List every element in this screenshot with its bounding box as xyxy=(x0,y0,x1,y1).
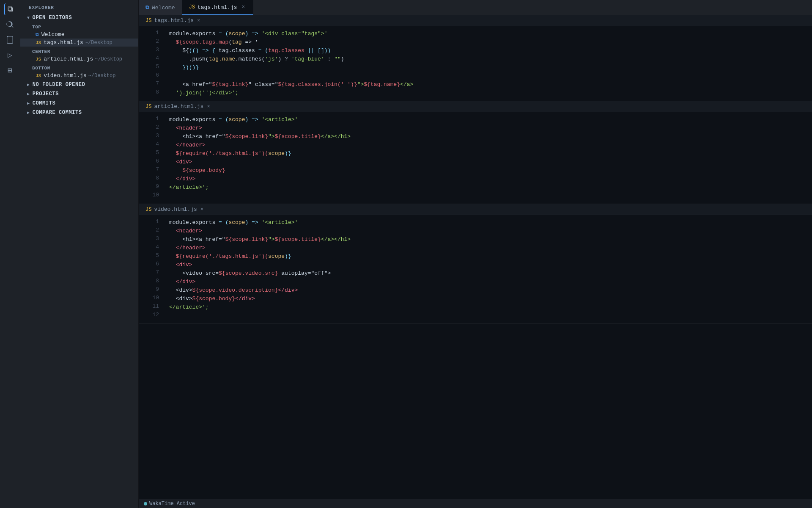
file-video-html-js[interactable]: JS video.html.js ~/Desktop xyxy=(20,72,138,80)
file-article-path: ~/Desktop xyxy=(95,56,122,62)
video-code-block: 1 module.exports = (scope) => '<article>… xyxy=(139,215,812,323)
code-line: 8 </div> xyxy=(139,175,812,183)
compare-commits-section: ▶ COMPARE COMMiTS xyxy=(20,108,138,117)
code-line: 9 <div>${scope.video.description}</div> xyxy=(139,286,812,295)
editor-section-tags: JS tags.html.js × 1 module.exports = (sc… xyxy=(139,15,812,101)
code-line: 5 ${require('./tags.html.js')(scope)} xyxy=(139,149,812,158)
code-line: 8 </div> xyxy=(139,278,812,286)
code-line: 6 <div> xyxy=(139,261,812,269)
wakatime-label: WakaTime Active xyxy=(149,501,195,507)
tab-tags-html-js[interactable]: JS tags.html.js × xyxy=(182,0,253,15)
editor-section-article-header: JS article.html.js × xyxy=(139,101,812,112)
code-line: 5 ${require('./tags.html.js')(scope)} xyxy=(139,252,812,261)
code-line: 12 xyxy=(139,312,812,320)
files-icon[interactable]: ⧉ xyxy=(4,3,16,15)
status-bar: WakaTime Active xyxy=(139,499,812,508)
projects-section: ▶ PROJECTS xyxy=(20,90,138,98)
extensions-icon[interactable]: ⊞ xyxy=(4,64,16,76)
no-folder-label: NO FOLDER OPENED xyxy=(33,82,85,88)
tab-welcome[interactable]: ⧉ Welcome xyxy=(139,0,182,15)
code-line: 1 module.exports = (scope) => '<article>… xyxy=(139,218,812,227)
editor-content: JS tags.html.js × 1 module.exports = (sc… xyxy=(139,15,812,499)
sidebar: EXPLORER ▼ OPEN EDITORS TOP ⧉ Welcome JS… xyxy=(20,0,139,508)
vscode-icon: ⧉ xyxy=(36,32,39,37)
no-folder-header[interactable]: ▶ NO FOLDER OPENED xyxy=(20,80,138,89)
commits-chevron: ▶ xyxy=(27,101,30,106)
open-editors-header[interactable]: ▼ OPEN EDITORS xyxy=(20,14,138,22)
article-code-block: 1 module.exports = (scope) => '<article>… xyxy=(139,112,812,204)
group-center-label: CENTER xyxy=(20,47,138,55)
tags-file-icon: JS xyxy=(145,18,151,24)
tags-close-btn[interactable]: × xyxy=(197,18,200,24)
editor-section-video-header: JS video.html.js × xyxy=(139,204,812,215)
editor-section-article: JS article.html.js × 1 module.exports = … xyxy=(139,101,812,204)
code-line: 7 <a href="${tag.link}" class="${tag.cla… xyxy=(139,80,812,89)
video-filename: video.html.js xyxy=(154,206,197,213)
commits-section: ▶ COMMITS xyxy=(20,99,138,108)
article-filename: article.html.js xyxy=(154,103,203,110)
code-line: 4 .push(tag.name.matches('js') ? 'tag-bl… xyxy=(139,55,812,64)
code-line: 10 xyxy=(139,192,812,200)
code-line: 2 ${scope.tags.map(tag => ' xyxy=(139,38,812,47)
open-editors-chevron: ▼ xyxy=(27,16,30,20)
no-folder-chevron: ▶ xyxy=(27,82,30,87)
code-line: 7 ${scope.body} xyxy=(139,166,812,175)
code-line: 4 </header> xyxy=(139,141,812,149)
file-article-name: article.html.js xyxy=(44,56,93,62)
code-line: 11 </article>'; xyxy=(139,303,812,312)
article-file-icon: JS xyxy=(145,104,151,110)
compare-commits-label: COMPARE COMMiTS xyxy=(33,110,82,116)
projects-header[interactable]: ▶ PROJECTS xyxy=(20,90,138,98)
code-line: 3 ${(() => { tag.classes = (tag.classes … xyxy=(139,47,812,55)
code-line: 2 <header> xyxy=(139,124,812,133)
projects-chevron: ▶ xyxy=(27,91,30,97)
commits-header[interactable]: ▶ COMMITS xyxy=(20,99,138,108)
file-welcome[interactable]: ⧉ Welcome xyxy=(20,30,138,39)
commits-label: COMMITS xyxy=(33,100,56,106)
file-welcome-name: Welcome xyxy=(41,31,65,38)
code-line: 7 <video src=${scope.video.src} autoplay… xyxy=(139,269,812,278)
file-tags-html-js[interactable]: JS tags.html.js ~/Desktop xyxy=(20,39,138,47)
code-line: 5 })()} xyxy=(139,64,812,72)
wakatime-status: WakaTime Active xyxy=(144,501,195,507)
open-editors-label: OPEN EDITORS xyxy=(33,15,72,21)
js-icon-tags: JS xyxy=(36,40,41,45)
source-control-icon[interactable] xyxy=(4,34,16,46)
file-video-name: video.html.js xyxy=(44,72,86,79)
editor-area: ⧉ Welcome JS tags.html.js × JS tags.html… xyxy=(139,0,812,508)
group-top-label: TOP xyxy=(20,22,138,30)
code-line: 1 module.exports = (scope) => '<article>… xyxy=(139,116,812,124)
file-article-html-js[interactable]: JS article.html.js ~/Desktop xyxy=(20,55,138,63)
file-tags-name: tags.html.js xyxy=(44,39,83,46)
code-line: 1 module.exports = (scope) => '<div clas… xyxy=(139,30,812,38)
code-line: 6 xyxy=(139,72,812,80)
code-line: 9 </article>'; xyxy=(139,183,812,192)
file-tags-path: ~/Desktop xyxy=(85,40,112,46)
open-editors-section: ▼ OPEN EDITORS TOP ⧉ Welcome JS tags.htm… xyxy=(20,14,138,80)
code-line: 8 ').join('')</div>'; xyxy=(139,89,812,97)
search-icon[interactable] xyxy=(4,19,16,30)
video-close-btn[interactable]: × xyxy=(200,207,203,213)
compare-commits-chevron: ▶ xyxy=(27,110,30,115)
tab-welcome-icon: ⧉ xyxy=(145,5,149,11)
tab-welcome-label: Welcome xyxy=(152,5,175,11)
debug-icon[interactable]: ▷ xyxy=(4,49,16,61)
tags-filename: tags.html.js xyxy=(154,17,194,24)
code-line: 6 <div> xyxy=(139,158,812,166)
status-dot xyxy=(144,502,147,505)
activity-bar: ⧉ ▷ ⊞ xyxy=(0,0,20,508)
tab-tags-close[interactable]: × xyxy=(241,4,246,11)
editor-section-video: JS video.html.js × 1 module.exports = (s… xyxy=(139,204,812,324)
explorer-title: EXPLORER xyxy=(20,0,138,14)
code-line: 3 <h1><a href="${scope.link}">${scope.ti… xyxy=(139,235,812,244)
code-line: 10 <div>${scope.body}</div> xyxy=(139,295,812,303)
no-folder-section: ▶ NO FOLDER OPENED xyxy=(20,80,138,89)
js-icon-video: JS xyxy=(36,73,41,78)
js-icon-article: JS xyxy=(36,57,41,62)
tab-tags-label: tags.html.js xyxy=(198,4,237,11)
compare-commits-header[interactable]: ▶ COMPARE COMMiTS xyxy=(20,108,138,117)
video-file-icon: JS xyxy=(145,207,151,213)
projects-label: PROJECTS xyxy=(33,91,59,97)
article-close-btn[interactable]: × xyxy=(207,104,210,110)
group-bottom-label: BOTTOM xyxy=(20,63,138,72)
